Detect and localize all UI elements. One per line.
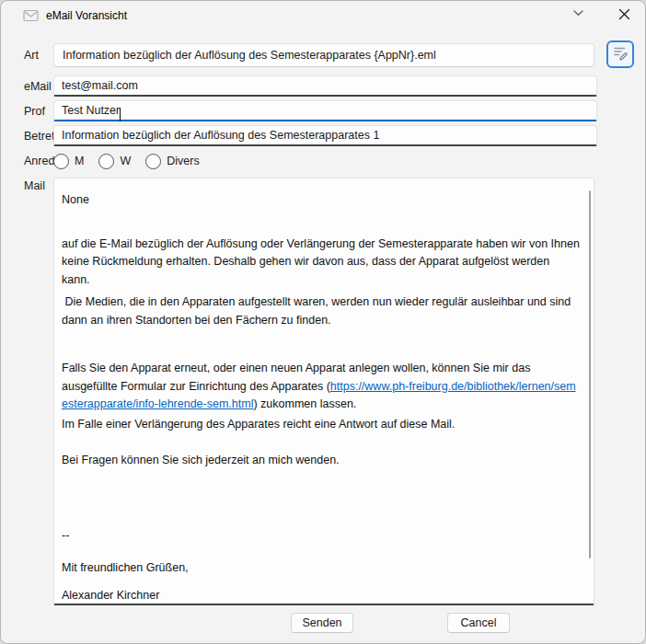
cancel-button[interactable]: Cancel	[447, 613, 510, 633]
cancel-button-label: Cancel	[461, 616, 497, 629]
send-button-label: Senden	[302, 616, 341, 629]
radio-m[interactable]	[53, 154, 69, 169]
chevron-down-icon	[573, 10, 583, 17]
email-input[interactable]	[53, 75, 597, 97]
envelope-icon	[23, 9, 39, 22]
radio-divers-label: Divers	[167, 155, 199, 167]
mail-paragraph: --	[62, 527, 581, 546]
prof-input[interactable]	[53, 100, 597, 121]
art-select-value: Information bezüglich der Auflösung des …	[63, 49, 436, 62]
mail-body-box[interactable]: Noneauf die E-Mail bezüglich der Auflösu…	[53, 178, 594, 605]
window-title: eMail Voransicht	[46, 9, 127, 22]
betreff-input[interactable]	[53, 125, 597, 146]
send-button[interactable]: Senden	[291, 613, 353, 633]
mail-paragraph: Im Falle einer Verlängerung des Apparate…	[62, 416, 581, 434]
radio-w-label: W	[120, 155, 131, 167]
mail-paragraph: Alexander Kirchner	[62, 587, 581, 605]
titlebar: eMail Voransicht	[1, 1, 645, 30]
art-label: Art	[24, 49, 39, 62]
mail-paragraph: Mit freundlichen Grüßen,	[62, 559, 581, 578]
anrede-radio-group: M W Divers	[53, 151, 214, 171]
art-select[interactable]: Information bezüglich der Auflösung des …	[53, 43, 594, 67]
chevron-down-icon	[626, 10, 636, 17]
radio-divers[interactable]	[145, 154, 161, 169]
email-label: eMail	[24, 80, 52, 93]
radio-w[interactable]	[98, 154, 114, 169]
radio-m-label: M	[75, 155, 84, 167]
prof-label: Prof	[24, 105, 45, 118]
mail-paragraph: Die Medien, die in den Apparaten aufgest…	[62, 293, 581, 329]
mail-paragraph: Bei Fragen können Sie sich jederzeit an …	[62, 452, 581, 470]
edit-list-icon	[612, 44, 629, 64]
text-caret	[120, 108, 121, 121]
email-preview-dialog: eMail Voransicht Art Information bezügli…	[0, 0, 646, 644]
mail-paragraph: auf die E-Mail bezüglich der Auflösung o…	[62, 236, 581, 290]
mail-body: Noneauf die E-Mail bezüglich der Auflösu…	[54, 178, 594, 605]
mail-paragraph: None	[62, 191, 581, 210]
scrollbar-thumb[interactable]	[589, 190, 591, 558]
edit-template-button[interactable]	[606, 40, 634, 68]
mail-paragraph: Falls Sie den Apparat erneut, oder einen…	[62, 360, 581, 414]
mail-label: Mail	[24, 179, 45, 192]
